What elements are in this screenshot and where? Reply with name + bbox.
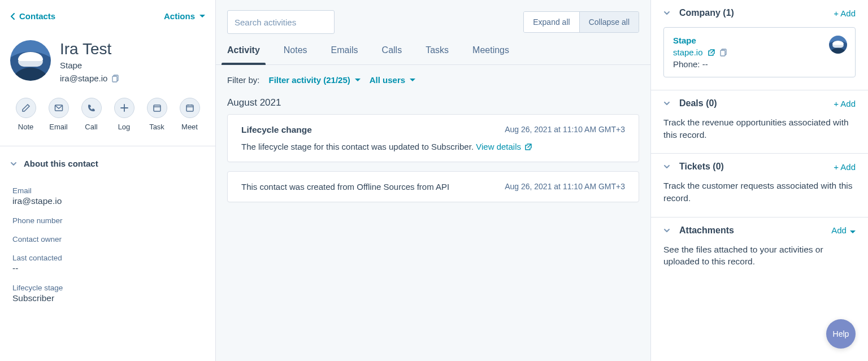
deals-add-link[interactable]: + Add [834, 99, 856, 108]
chevron-down-icon [10, 160, 17, 167]
task-button[interactable] [147, 98, 167, 118]
chevron-down-icon [663, 100, 670, 107]
card-header: Lifecycle change Aug 26, 2021 at 11:10 A… [241, 125, 625, 135]
tab-tasks[interactable]: Tasks [426, 45, 449, 64]
qa-call: Call [81, 98, 102, 131]
svg-rect-4 [186, 105, 193, 111]
call-button[interactable] [81, 98, 102, 118]
back-link-label: Contacts [19, 11, 55, 21]
envelope-icon [54, 103, 63, 112]
plus-icon [120, 103, 129, 112]
attachments-header: Attachments Add [663, 225, 856, 236]
meet-button[interactable] [180, 98, 200, 118]
field-label-phone: Phone number [12, 216, 203, 225]
quick-actions: Note Email Call Log Task Meet [0, 93, 215, 146]
tab-meetings[interactable]: Meetings [472, 45, 509, 64]
field-value-lastcontacted: -- [12, 263, 203, 273]
card-body: The lifecycle stage for this contact was… [241, 142, 625, 151]
filter-users-label: All users [370, 75, 405, 85]
qa-email: Email [49, 98, 69, 131]
field-value-lifecycle[interactable]: Subscriber [12, 293, 203, 303]
email-button[interactable] [49, 98, 69, 118]
company-card[interactable]: Stape stape.io Phone: -- [663, 27, 856, 77]
expand-collapse-group: Expand all Collapse all [523, 11, 639, 33]
view-details-label: View details [476, 142, 521, 151]
attachments-section: Attachments Add See the files attached t… [651, 218, 868, 280]
card-timestamp: Aug 26, 2021 at 11:10 AM GMT+3 [505, 125, 625, 134]
log-button[interactable] [114, 98, 134, 118]
help-button[interactable]: Help [826, 319, 856, 349]
actions-dropdown[interactable]: Actions [164, 11, 205, 21]
activity-card[interactable]: This contact was created from Offline So… [227, 171, 639, 202]
view-details-link[interactable]: View details [476, 142, 532, 151]
about-heading: About this contact [24, 159, 98, 168]
collapse-all-button[interactable]: Collapse all [579, 12, 639, 32]
qa-call-label: Call [85, 123, 97, 131]
about-contact-toggle[interactable]: About this contact [0, 146, 215, 171]
left-header: Contacts Actions [0, 0, 215, 23]
company-section: Company (1) + Add Stape stape.io Phone: … [651, 0, 868, 90]
tab-calls[interactable]: Calls [382, 45, 402, 64]
chevron-down-icon [663, 227, 670, 234]
tab-notes[interactable]: Notes [284, 45, 307, 64]
company-header: Company (1) + Add [663, 8, 856, 18]
filter-row: Filter by: Filter activity (21/25) All u… [216, 65, 650, 89]
tickets-description: Track the customer requests associated w… [663, 180, 856, 204]
attachments-toggle[interactable]: Attachments [663, 225, 734, 236]
deals-heading: Deals (0) [679, 98, 717, 108]
chevron-down-icon [663, 163, 670, 170]
contact-email: ira@stape.io [60, 73, 107, 83]
company-logo [829, 36, 847, 54]
field-value-email[interactable]: ira@stape.io [12, 196, 203, 206]
left-panel: Contacts Actions Ira Test Stape ira@stap… [0, 0, 216, 361]
company-add-link[interactable]: + Add [834, 8, 856, 18]
activity-cards: Lifecycle change Aug 26, 2021 at 11:10 A… [216, 114, 650, 202]
back-to-contacts-link[interactable]: Contacts [10, 11, 55, 21]
chevron-left-icon [10, 13, 16, 20]
tickets-add-link[interactable]: + Add [834, 162, 856, 172]
qa-email-label: Email [49, 123, 68, 131]
card-body-text: This contact was created from Offline So… [241, 182, 449, 192]
deals-description: Track the revenue opportunities associat… [663, 116, 856, 141]
field-label-owner: Contact owner [12, 235, 203, 243]
company-name[interactable]: Stape [673, 36, 846, 45]
company-domain[interactable]: stape.io [673, 47, 703, 57]
attachments-description: See the files attached to your activitie… [663, 243, 856, 268]
filter-users-dropdown[interactable]: All users [370, 75, 415, 85]
phone-icon [87, 103, 96, 112]
tab-activity[interactable]: Activity [227, 45, 260, 64]
filter-activity-dropdown[interactable]: Filter activity (21/25) [269, 75, 361, 85]
tickets-heading: Tickets (0) [679, 162, 724, 172]
company-phone: Phone: -- [673, 59, 846, 69]
note-icon [21, 103, 31, 112]
external-link-icon [524, 143, 532, 151]
search-input[interactable] [235, 18, 342, 27]
company-toggle[interactable]: Company (1) [663, 8, 734, 18]
note-button[interactable] [16, 98, 36, 118]
contact-email-row: ira@stape.io [60, 73, 120, 83]
card-timestamp: Aug 26, 2021 at 11:10 AM GMT+3 [505, 182, 625, 191]
copy-icon[interactable] [112, 75, 120, 82]
tickets-section: Tickets (0) + Add Track the customer req… [651, 154, 868, 217]
calendar-icon [185, 103, 194, 112]
qa-log-label: Log [118, 123, 131, 131]
filter-by-label: Filter by: [227, 75, 260, 85]
qa-log: Log [114, 98, 134, 131]
svg-rect-1 [112, 76, 117, 82]
deals-toggle[interactable]: Deals (0) [663, 98, 717, 108]
qa-meet-label: Meet [181, 123, 198, 131]
activity-tabs: Activity Notes Emails Calls Tasks Meetin… [216, 34, 650, 65]
external-link-icon[interactable] [708, 49, 715, 56]
tab-emails[interactable]: Emails [331, 45, 358, 64]
tickets-header: Tickets (0) + Add [663, 162, 856, 172]
search-activities[interactable] [227, 10, 335, 34]
company-heading: Company (1) [679, 8, 734, 18]
tickets-toggle[interactable]: Tickets (0) [663, 162, 724, 172]
right-panel: Company (1) + Add Stape stape.io Phone: … [651, 0, 868, 361]
activity-card[interactable]: Lifecycle change Aug 26, 2021 at 11:10 A… [227, 114, 639, 162]
expand-all-button[interactable]: Expand all [524, 12, 579, 32]
attachments-add-dropdown[interactable]: Add [831, 225, 856, 235]
copy-icon[interactable] [720, 49, 728, 56]
contact-company: Stape [60, 60, 120, 70]
company-domain-row: stape.io [673, 47, 846, 57]
